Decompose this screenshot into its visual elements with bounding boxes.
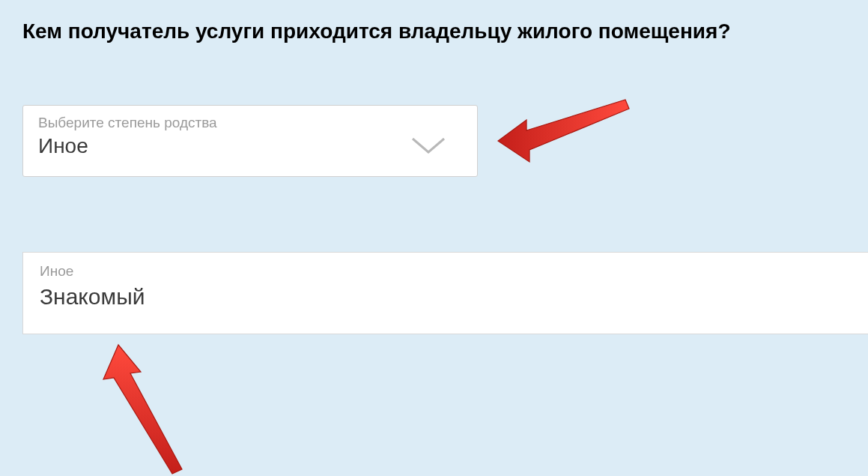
other-relationship-label: Иное: [40, 263, 853, 280]
relationship-select-value: Иное: [38, 134, 462, 158]
relationship-select[interactable]: Выберите степень родства Иное: [22, 105, 478, 177]
other-relationship-input[interactable]: Иное Знакомый: [22, 252, 868, 334]
section-heading: Кем получатель услуги приходится владель…: [22, 19, 731, 43]
annotation-arrow-icon: [491, 90, 640, 187]
relationship-select-label: Выберите степень родства: [38, 115, 462, 131]
chevron-down-icon: [410, 134, 447, 160]
other-relationship-value: Знакомый: [40, 284, 853, 310]
annotation-arrow-icon: [96, 336, 208, 476]
